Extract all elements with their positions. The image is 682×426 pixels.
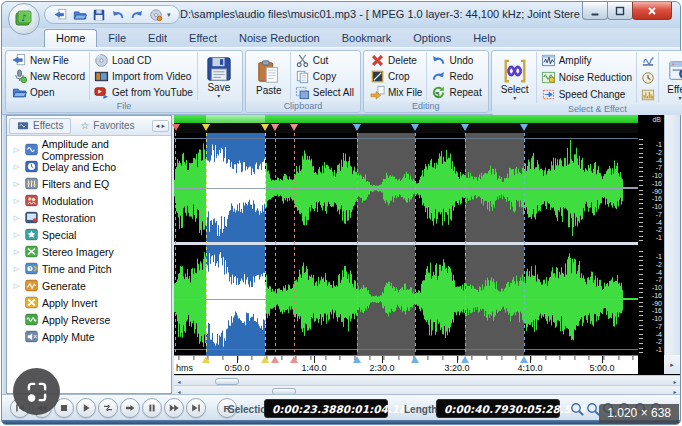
ruler-scroll-arrow[interactable]: ▸ (664, 355, 680, 374)
sidebar-tab-favorites[interactable]: ☆Favorites (73, 119, 141, 132)
scroll-thumb[interactable] (215, 378, 239, 385)
app-logo-icon[interactable]: ♪ (8, 3, 40, 35)
ribbon-button-speed-change[interactable]: Speed Change (539, 87, 634, 103)
ribbon-button-repeat[interactable]: 5Repeat (429, 84, 483, 100)
region-edge-marker-icon[interactable] (411, 356, 419, 363)
selection-edge-marker-icon[interactable] (261, 356, 269, 363)
play-button[interactable] (76, 398, 96, 418)
selection-edge-marker-icon[interactable] (202, 356, 210, 363)
region-edge-marker-icon[interactable] (353, 124, 361, 131)
tab-noise-reduction[interactable]: Noise Reduction (228, 30, 331, 47)
ribbon-button-select-all[interactable]: Select All (293, 84, 356, 100)
region-edge-marker-icon[interactable] (461, 124, 469, 131)
ribbon-button-wave-stamp-icon[interactable] (639, 52, 656, 69)
tab-effect[interactable]: Effect (178, 30, 228, 47)
ribbon-button-undo[interactable]: Undo (429, 52, 483, 68)
cue-marker-icon[interactable] (271, 124, 279, 131)
waveform-canvas[interactable] (174, 133, 638, 355)
screenshot-lens-overlay[interactable] (13, 368, 60, 415)
tree-item-apply-invert[interactable]: Apply Invert (9, 294, 169, 311)
tree-item-generate[interactable]: ▷Generate (9, 277, 169, 294)
ribbon-button-load-cd[interactable]: Load CD (92, 52, 195, 68)
sidebar-scroll-arrows[interactable]: ◂ ▸ (152, 120, 169, 132)
close-button[interactable] (632, 2, 672, 20)
tree-item-special[interactable]: ▷Special (9, 226, 169, 243)
zoom-in-button[interactable] (569, 401, 584, 416)
ribbon-button-paste[interactable]: Paste (250, 57, 288, 96)
ribbon-button-get-from-youtube[interactable]: Get from YouTube (92, 84, 195, 100)
scroll-left-arrow-icon[interactable]: ◂ (175, 377, 183, 385)
ribbon-button-delete[interactable]: Delete (368, 52, 424, 68)
cue-marker-icon[interactable] (271, 356, 279, 363)
region-edge-marker-icon[interactable] (461, 356, 469, 363)
ribbon-button-new-file[interactable]: New File (10, 52, 87, 68)
minimize-button[interactable] (582, 2, 608, 20)
expander-icon[interactable]: ▷ (12, 231, 21, 239)
ribbon-button-crop[interactable]: Crop (368, 68, 424, 84)
overview-bar[interactable] (174, 115, 638, 123)
ribbon-button-select[interactable]: Select▾ (496, 56, 534, 100)
zoom-out-button[interactable] (585, 401, 600, 416)
tab-help[interactable]: Help (462, 30, 507, 47)
tab-edit[interactable]: Edit (137, 30, 178, 47)
save-small-icon[interactable] (91, 7, 106, 22)
ribbon-button-copy[interactable]: Copy (293, 68, 356, 84)
region-edge-marker-icon[interactable] (520, 356, 528, 363)
ribbon-button-eq-window-icon[interactable] (639, 86, 656, 103)
tab-file[interactable]: File (97, 30, 137, 47)
ribbon-button-cut[interactable]: Cut (293, 52, 356, 68)
ribbon-button-amplify[interactable]: Amplify (539, 53, 634, 69)
tree-item-filters-and-eq[interactable]: ▷Filters and EQ (9, 175, 169, 192)
burn-disc-icon[interactable] (148, 7, 163, 22)
tree-item-stereo-imagery[interactable]: ▷Stereo Imagery (9, 243, 169, 260)
ribbon-button-redo[interactable]: Redo (429, 68, 483, 84)
tab-bookmark[interactable]: Bookmark (331, 30, 403, 47)
scroll-right-arrow-icon[interactable]: ▸ (671, 377, 679, 385)
ribbon-button-effect[interactable]: Effect▾ (661, 56, 682, 100)
expander-icon[interactable]: ▷ (12, 180, 21, 188)
marker-start-icon[interactable] (172, 124, 180, 131)
cue-marker-icon[interactable] (290, 356, 298, 363)
pause-button[interactable] (142, 398, 162, 418)
cue-marker-icon[interactable] (290, 124, 298, 131)
ribbon-button-clock-icon[interactable] (639, 69, 656, 86)
expander-icon[interactable]: ▷ (12, 146, 21, 154)
tree-item-apply-mute[interactable]: Apply Mute (9, 328, 169, 345)
fast-forward-button[interactable] (164, 398, 184, 418)
ribbon-button-save[interactable]: Save▾ (200, 54, 238, 98)
expander-icon[interactable]: ▷ (12, 248, 21, 256)
selection-edge-marker-icon[interactable] (202, 124, 210, 131)
tree-item-modulation[interactable]: ▷Modulation (9, 192, 169, 209)
redo-icon[interactable] (129, 7, 144, 22)
undo-icon[interactable] (110, 7, 125, 22)
expander-icon[interactable]: ▷ (12, 197, 21, 205)
sidebar-tab-effects[interactable]: Effects (9, 118, 71, 134)
ribbon-button-import-from-video[interactable]: Import from Video (92, 68, 195, 84)
open-icon[interactable] (72, 7, 87, 22)
region-edge-marker-icon[interactable] (353, 356, 361, 363)
ribbon-button-noise-reduction[interactable]: Noise Reduction (539, 70, 634, 86)
play-forward-button[interactable] (120, 398, 140, 418)
tree-item-time-and-pitch[interactable]: ▷Time and Pitch (9, 260, 169, 277)
new-file-icon[interactable] (53, 7, 68, 22)
tab-options[interactable]: Options (402, 30, 462, 47)
tab-home[interactable]: Home (44, 29, 97, 47)
selection-edge-marker-icon[interactable] (261, 124, 269, 131)
ribbon-button-open[interactable]: Open (10, 84, 87, 100)
go-to-end-button[interactable] (186, 398, 206, 418)
expander-icon[interactable]: ▷ (12, 214, 21, 222)
tree-item-restoration[interactable]: ▷Restoration (9, 209, 169, 226)
ribbon-button-new-record[interactable]: New Record (10, 68, 87, 84)
vertical-scrollbar[interactable] (664, 115, 680, 355)
qat-dropdown-arrow[interactable]: ▾ (167, 11, 171, 19)
maximize-button[interactable] (607, 2, 633, 20)
region-edge-marker-icon[interactable] (411, 124, 419, 131)
loop-button[interactable] (98, 398, 118, 418)
tree-item-amplitude-and-compression[interactable]: ▷Amplitude and Compression (9, 141, 169, 158)
expander-icon[interactable]: ▷ (12, 282, 21, 290)
region-edge-marker-icon[interactable] (520, 124, 528, 131)
timeline-ruler[interactable]: hms 0:50.01:40.02:30.03:20.04:10.05:00.0 (174, 355, 638, 374)
expander-icon[interactable]: ▷ (12, 163, 21, 171)
ribbon-button-mix-file[interactable]: Mix File (368, 84, 424, 100)
horizontal-scrollbar-1[interactable]: ◂▸ (174, 375, 680, 385)
